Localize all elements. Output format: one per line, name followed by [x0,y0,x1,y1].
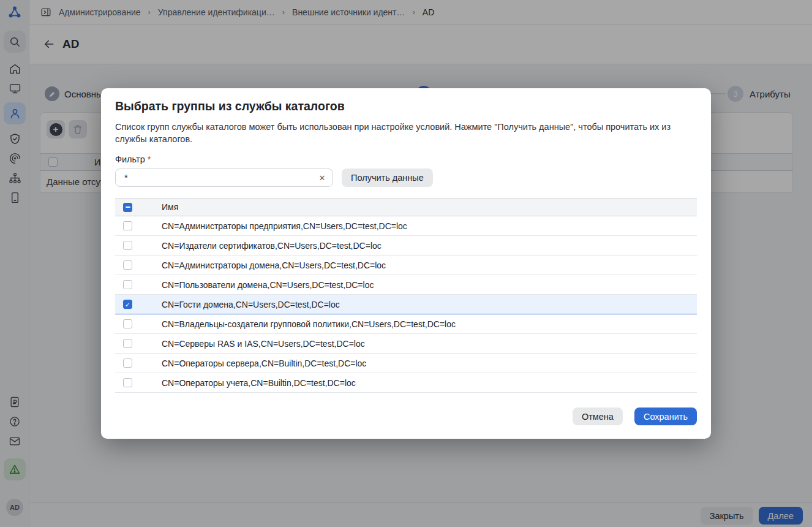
group-row[interactable]: CN=Операторы учета,CN=Builtin,DC=test,DC… [115,373,697,393]
clear-filter-icon[interactable]: ✕ [317,172,328,183]
name-column-header: Имя [162,202,178,212]
group-dn-text: CN=Гости домена,CN=Users,DC=test,DC=loc [162,300,340,309]
modal-table-header: Имя [115,198,697,216]
row-checkbox-cell [115,378,162,387]
save-button[interactable]: Сохранить [634,408,697,425]
row-checkbox[interactable] [123,339,132,348]
group-row[interactable]: CN=Операторы сервера,CN=Builtin,DC=test,… [115,354,697,373]
modal-table-body: CN=Администраторы предприятия,CN=Users,D… [115,216,697,393]
required-asterisk: * [148,154,151,164]
row-checkbox-cell [115,241,162,250]
group-dn-text: CN=Администраторы домена,CN=Users,DC=tes… [162,260,386,270]
filter-label: Фильтр * [115,154,151,164]
row-checkbox[interactable] [123,260,132,270]
select-all-checkbox[interactable] [123,203,132,212]
group-row[interactable]: CN=Администраторы предприятия,CN=Users,D… [115,216,697,236]
group-dn-text: CN=Операторы учета,CN=Builtin,DC=test,DC… [162,378,356,388]
select-groups-dialog: Выбрать группы из службы каталогов Списо… [101,88,711,439]
group-dn-text: CN=Пользователи домена,CN=Users,DC=test,… [162,280,374,290]
dialog-actions: Отмена Сохранить [573,408,697,425]
group-row[interactable]: CN=Администраторы домена,CN=Users,DC=tes… [115,256,697,275]
row-checkbox[interactable] [123,358,132,368]
group-dn-text: CN=Администраторы предприятия,CN=Users,D… [162,221,407,231]
group-dn-text: CN=Серверы RAS и IAS,CN=Users,DC=test,DC… [162,339,365,349]
fetch-data-button[interactable]: Получить данные [342,169,433,187]
filter-field: ✕ [115,169,333,187]
row-checkbox-cell [115,280,162,289]
row-checkbox[interactable] [123,241,132,250]
row-checkbox-cell [115,300,162,309]
cancel-button[interactable]: Отмена [573,408,623,425]
group-row[interactable]: CN=Гости домена,CN=Users,DC=test,DC=loc [115,295,697,314]
group-row[interactable]: CN=Пользователи домена,CN=Users,DC=test,… [115,275,697,295]
row-checkbox[interactable] [123,221,132,230]
row-checkbox-cell [115,358,162,368]
dialog-title: Выбрать группы из службы каталогов [115,99,345,113]
filter-input[interactable] [115,169,333,187]
group-row[interactable]: CN=Владельцы-создатели групповой политик… [115,314,697,334]
row-checkbox-cell [115,319,162,328]
modal-groups-table: Имя CN=Администраторы предприятия,CN=Use… [115,198,697,393]
dialog-description: Список групп службы каталогов может быть… [115,121,687,145]
row-checkbox-cell [115,260,162,270]
row-checkbox[interactable] [123,319,132,328]
group-row[interactable]: CN=Издатели сертификатов,CN=Users,DC=tes… [115,236,697,256]
group-dn-text: CN=Операторы сервера,CN=Builtin,DC=test,… [162,358,366,368]
group-dn-text: CN=Издатели сертификатов,CN=Users,DC=tes… [162,241,382,251]
filter-label-text: Фильтр [115,154,145,164]
row-checkbox[interactable] [123,378,132,387]
row-checkbox-cell [115,339,162,348]
group-row[interactable]: CN=Серверы RAS и IAS,CN=Users,DC=test,DC… [115,334,697,354]
row-checkbox[interactable] [123,300,132,309]
select-all-cell [115,203,162,212]
row-checkbox-cell [115,221,162,230]
group-dn-text: CN=Владельцы-создатели групповой политик… [162,319,456,329]
row-checkbox[interactable] [123,280,132,289]
